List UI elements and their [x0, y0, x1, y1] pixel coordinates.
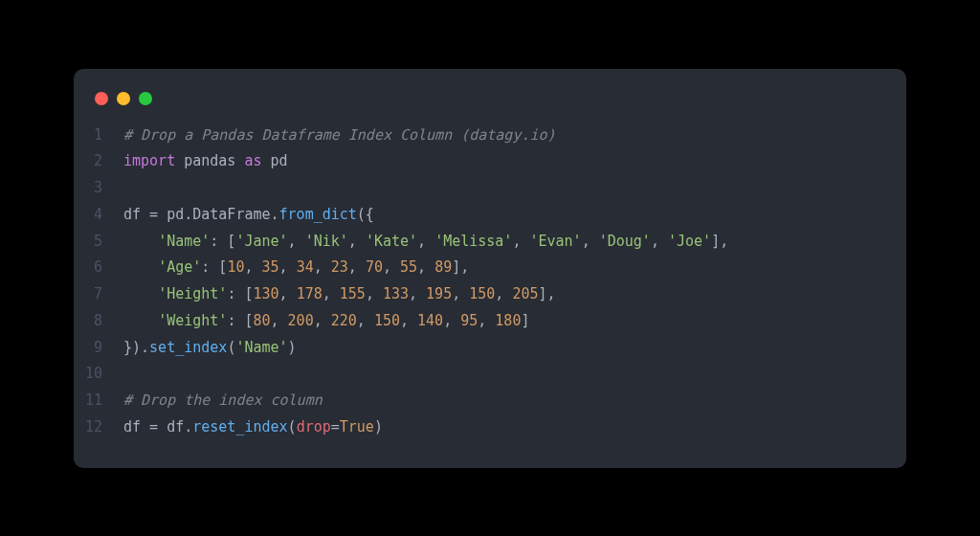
code-token: : [ — [227, 312, 253, 329]
code-token: , — [478, 312, 495, 329]
code-token: 130 — [253, 285, 278, 302]
code-token: 35 — [262, 258, 279, 276]
code-token: 180 — [495, 312, 521, 329]
code-token: 133 — [383, 285, 409, 302]
code-content: 'Name': ['Jane', 'Nik', 'Kate', 'Melissa… — [123, 229, 728, 256]
code-token: = — [331, 418, 340, 436]
code-token: 10 — [227, 258, 244, 276]
code-line: 6 'Age': [10, 35, 34, 23, 70, 55, 89], — [74, 255, 906, 281]
code-token: , — [279, 285, 297, 302]
close-icon[interactable] — [95, 92, 108, 105]
code-line: 11# Drop the index column — [74, 388, 906, 414]
code-token — [123, 233, 158, 250]
code-token: reset_index — [192, 418, 287, 436]
line-number: 11 — [74, 388, 123, 414]
code-token: : [ — [210, 233, 235, 250]
code-token: 55 — [400, 258, 417, 276]
code-token: import — [123, 152, 175, 169]
code-content: # Drop a Pandas Dataframe Index Column (… — [123, 123, 556, 149]
code-content: # Drop the index column — [123, 388, 323, 414]
line-number: 1 — [74, 123, 123, 149]
code-token: 70 — [366, 258, 383, 276]
code-line: 8 'Weight': [80, 200, 220, 150, 140, 95,… — [74, 308, 906, 335]
code-token: 'Age' — [158, 258, 201, 276]
line-number: 6 — [74, 255, 123, 281]
code-token: , — [244, 258, 261, 276]
code-token: . — [271, 206, 279, 223]
code-token: 'Doug' — [599, 233, 651, 250]
code-token: , — [383, 258, 400, 276]
code-line: 2import pandas as pd — [74, 148, 906, 175]
maximize-icon[interactable] — [139, 92, 152, 105]
code-token: 150 — [469, 285, 495, 302]
code-token: }). — [123, 339, 149, 356]
code-token: , — [512, 233, 529, 250]
code-token — [123, 258, 158, 276]
code-token: 'Joe' — [668, 233, 711, 250]
code-token: 'Jane' — [235, 233, 287, 250]
code-token: ( — [288, 418, 297, 436]
line-number: 4 — [74, 202, 123, 229]
code-line: 12df = df.reset_index(drop=True) — [74, 414, 906, 441]
code-token: 95 — [460, 312, 478, 329]
code-token: ], — [452, 258, 469, 276]
code-token: , — [400, 312, 417, 329]
code-token: , — [323, 285, 340, 302]
code-token: # Drop the index column — [123, 391, 323, 409]
code-token: , — [443, 312, 460, 329]
code-token: ], — [539, 285, 556, 302]
code-token: DataFrame — [192, 206, 270, 223]
code-token: 'Melissa' — [434, 233, 512, 250]
code-line: 4df = pd.DataFrame.from_dict({ — [74, 202, 906, 229]
code-token: df — [123, 206, 149, 223]
line-number: 7 — [74, 281, 123, 308]
code-token: , — [366, 285, 383, 302]
code-content: 'Height': [130, 178, 155, 133, 195, 150,… — [123, 281, 556, 308]
code-line: 3 — [74, 175, 906, 202]
code-token: set_index — [149, 339, 227, 356]
code-token: 'Name' — [235, 339, 287, 356]
code-token: 150 — [374, 312, 400, 329]
code-token: 'Evan' — [529, 233, 581, 250]
code-area[interactable]: 1# Drop a Pandas Dataframe Index Column … — [74, 123, 906, 441]
code-token: , — [348, 233, 366, 250]
code-content: 'Weight': [80, 200, 220, 150, 140, 95, 1… — [123, 308, 529, 335]
code-token: . — [184, 206, 192, 223]
code-token: ] — [521, 312, 529, 329]
code-token: 'Height' — [158, 285, 227, 302]
code-token: : [ — [201, 258, 227, 276]
code-token: ], — [711, 233, 728, 250]
code-token: # Drop a Pandas Dataframe Index Column (… — [123, 126, 556, 144]
line-number: 12 — [74, 414, 123, 441]
code-token: 200 — [288, 312, 314, 329]
code-token: , — [417, 233, 434, 250]
code-line: 9}).set_index('Name') — [74, 335, 906, 362]
code-content: df = df.reset_index(drop=True) — [123, 414, 383, 441]
code-token: 178 — [297, 285, 323, 302]
line-number: 8 — [74, 308, 123, 335]
code-token: ) — [374, 418, 383, 436]
code-token: : [ — [227, 285, 253, 302]
code-token: 140 — [417, 312, 443, 329]
code-token: , — [288, 233, 305, 250]
code-token: , — [452, 285, 469, 302]
line-number: 2 — [74, 148, 123, 175]
line-number: 3 — [74, 175, 123, 202]
code-content: import pandas as pd — [123, 148, 288, 175]
code-token: ({ — [357, 206, 374, 223]
code-token — [123, 312, 158, 329]
code-content: df = pd.DataFrame.from_dict({ — [123, 202, 374, 229]
code-token: 195 — [426, 285, 452, 302]
code-token: 23 — [331, 258, 348, 276]
code-token: True — [340, 418, 374, 436]
code-token: , — [357, 312, 374, 329]
code-token: 'Kate' — [366, 233, 417, 250]
code-token: = — [149, 418, 167, 436]
code-line: 1# Drop a Pandas Dataframe Index Column … — [74, 123, 906, 149]
code-line: 10 — [74, 361, 906, 388]
line-number: 5 — [74, 229, 123, 256]
code-token: ) — [288, 339, 297, 356]
minimize-icon[interactable] — [117, 92, 130, 105]
code-token: 'Name' — [158, 233, 210, 250]
code-token: , — [409, 285, 426, 302]
